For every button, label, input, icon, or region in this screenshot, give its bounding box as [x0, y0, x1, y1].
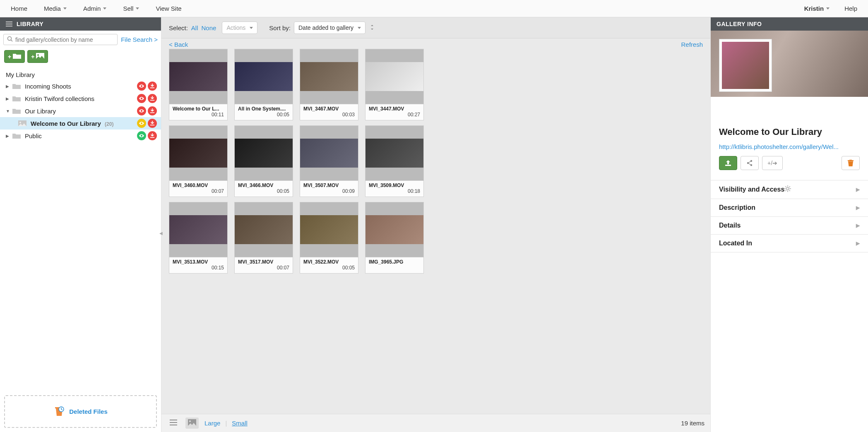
panel-resize-handle[interactable]: ◀ — [159, 225, 163, 241]
select-none-link[interactable]: None — [202, 24, 216, 31]
tree-item[interactable]: Welcome to Our Library (20) — [0, 117, 161, 130]
folder-icon — [12, 108, 21, 114]
add-gallery-button[interactable]: + — [27, 50, 48, 63]
back-link[interactable]: < Back — [169, 41, 188, 48]
red-eye-badge[interactable] — [137, 106, 146, 115]
tree-item[interactable]: ▼Our Library — [0, 105, 161, 117]
green-eye-badge[interactable] — [137, 131, 146, 140]
nav-sell[interactable]: Sell — [115, 1, 147, 16]
thumbnail-image — [235, 126, 293, 180]
thumbnail-duration: 00:27 — [369, 112, 420, 118]
yellow-eye-badge[interactable] — [137, 119, 146, 128]
red-dl-badge[interactable] — [148, 119, 157, 128]
grid-scroll[interactable]: Welcome to Our L...00:11All in One Syste… — [161, 49, 710, 414]
thumbnail-image — [365, 49, 423, 104]
gallery-cover — [711, 31, 868, 97]
accordion-row[interactable]: Visibility and Access▶ — [711, 180, 868, 199]
thumbnail-grid: Welcome to Our L...00:11All in One Syste… — [169, 49, 703, 274]
nav-user-label: Kristin — [804, 5, 824, 12]
library-search-input[interactable] — [15, 36, 114, 43]
red-dl-badge[interactable] — [148, 106, 157, 115]
svg-point-0 — [8, 37, 12, 41]
tree-item-count: (20) — [103, 121, 114, 127]
accordion-row[interactable]: Description▶ — [711, 199, 868, 217]
thumbnail-tile[interactable]: MVI_3460.MOV00:07 — [169, 125, 228, 197]
select-all-link[interactable]: All — [191, 24, 198, 31]
actions-dropdown[interactable]: Actions — [222, 22, 257, 34]
item-count: 19 items — [681, 420, 704, 427]
tree-item[interactable]: ▶Kristin Twiford collections — [0, 92, 161, 105]
accordion-row[interactable]: Located In▶ — [711, 235, 868, 252]
expander-icon[interactable]: ▶ — [6, 134, 10, 138]
thumbnail-name: IMG_3965.JPG — [369, 259, 420, 265]
library-header: LIBRARY — [0, 17, 161, 31]
sort-toggle-icon[interactable] — [369, 24, 375, 32]
accordion-row[interactable]: Details▶ — [711, 217, 868, 235]
thumbnail-tile[interactable]: MVI_3522.MOV00:05 — [300, 202, 358, 274]
share-button[interactable] — [741, 156, 759, 170]
expander-icon[interactable]: ▼ — [6, 109, 10, 113]
nav-admin[interactable]: Admin — [76, 1, 114, 16]
size-small-link[interactable]: Small — [232, 420, 248, 427]
thumbnail-tile[interactable]: MVI_3517.MOV00:07 — [234, 202, 293, 274]
expander-icon[interactable]: ▶ — [6, 96, 10, 101]
thumbnail-image — [300, 49, 358, 104]
nav-user[interactable]: Kristin — [797, 1, 837, 16]
thumbnail-tile[interactable]: MVI_3447.MOV00:27 — [365, 49, 424, 120]
nav-home[interactable]: Home — [3, 1, 35, 16]
thumbnail-duration: 00:15 — [173, 265, 224, 271]
thumbnail-tile[interactable]: MVI_3509.MOV00:18 — [365, 125, 424, 197]
thumbnail-tile[interactable]: Welcome to Our L...00:11 — [169, 49, 228, 120]
nav-view-site[interactable]: View Site — [148, 1, 189, 16]
thumbnail-tile[interactable]: MVI_3513.MOV00:15 — [169, 202, 228, 274]
gear-icon[interactable] — [784, 185, 791, 194]
upload-button[interactable] — [719, 156, 737, 170]
refresh-link[interactable]: Refresh — [681, 41, 703, 48]
red-dl-badge[interactable] — [148, 82, 157, 91]
delete-button[interactable] — [842, 156, 860, 170]
accordion-label: Visibility and Access — [719, 186, 784, 193]
move-button[interactable]: +/➔ — [762, 156, 783, 170]
red-eye-badge[interactable] — [137, 82, 146, 91]
nav-home-label: Home — [11, 5, 27, 12]
my-library-label: My Library — [0, 68, 161, 80]
thumbnail-name: MVI_3466.MOV — [238, 182, 289, 188]
gallery-info-header-label: GALLERY INFO — [717, 21, 762, 27]
size-large-link[interactable]: Large — [204, 420, 220, 427]
thumbnail-tile[interactable]: MVI_3466.MOV00:05 — [234, 125, 293, 197]
deleted-files-box[interactable]: Deleted Files — [4, 395, 157, 428]
svg-point-3 — [37, 54, 39, 56]
gallery-cover-thumb — [719, 39, 772, 92]
select-label: Select: — [169, 24, 188, 31]
gallery-actions: +/➔ — [719, 156, 860, 170]
tree-item[interactable]: ▶Incoming Shoots — [0, 80, 161, 92]
red-dl-badge[interactable] — [148, 94, 157, 103]
thumbnail-tile[interactable]: MVI_3507.MOV00:09 — [300, 125, 358, 197]
menu-icon[interactable] — [167, 418, 180, 428]
thumbnail-duration: 00:05 — [238, 112, 289, 118]
nav-help[interactable]: Help — [837, 1, 865, 16]
nav-media[interactable]: Media — [36, 1, 74, 16]
image-icon — [36, 53, 44, 60]
thumbnail-tile[interactable]: IMG_3965.JPG — [365, 202, 424, 274]
expander-icon[interactable]: ▶ — [6, 84, 10, 89]
deleted-files-label: Deleted Files — [69, 408, 108, 415]
thumbnail-tile[interactable]: MVI_3467.MOV00:03 — [300, 49, 358, 120]
add-collection-button[interactable]: + — [4, 50, 25, 63]
sort-dropdown[interactable]: Date added to gallery — [294, 22, 365, 34]
library-search-wrap[interactable] — [3, 34, 118, 45]
gallery-url[interactable]: http://ktlibris.photoshelter.com/gallery… — [719, 143, 860, 150]
tree-item[interactable]: ▶Public — [0, 130, 161, 142]
thumbnail-name: MVI_3513.MOV — [173, 259, 224, 265]
red-eye-badge[interactable] — [137, 94, 146, 103]
nav-sell-label: Sell — [123, 5, 133, 12]
grid-subheader: < Back Refresh — [161, 38, 710, 49]
thumbnail-name: MVI_3507.MOV — [303, 182, 355, 188]
thumbnail-tile[interactable]: All in One System....00:05 — [234, 49, 293, 120]
file-search-link[interactable]: File Search > — [121, 36, 158, 43]
search-icon — [7, 36, 13, 43]
red-dl-badge[interactable] — [148, 131, 157, 140]
grid-toolbar: Select: All None Actions Sort by: Date a… — [161, 17, 710, 38]
tree-item-label: Our Library — [25, 108, 137, 115]
thumbnail-view-icon[interactable] — [185, 418, 199, 429]
